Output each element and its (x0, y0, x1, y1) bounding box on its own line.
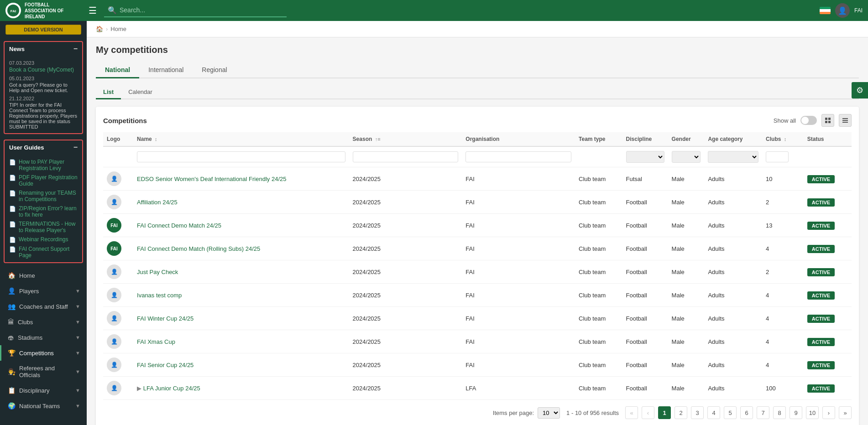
logo-area: FAI FOOTBALL ASSOCIATION OF IRELAND (5, 2, 83, 20)
view-grid-button[interactable] (821, 114, 834, 127)
page-prev-button[interactable]: ‹ (642, 406, 654, 419)
filter-season-input[interactable] (353, 151, 459, 162)
cell-discipline-4: Football (622, 260, 668, 284)
tab-national[interactable]: National (96, 62, 139, 78)
sidebar-item-stadiums[interactable]: 🏟 Stadiums ▼ (0, 330, 87, 345)
page-last-button[interactable]: » (839, 406, 852, 419)
show-all-toggle[interactable] (800, 116, 817, 125)
filter-org-input[interactable] (465, 151, 571, 162)
sidebar-item-label-players: Players (19, 288, 39, 295)
page-btn-2[interactable]: 2 (675, 406, 687, 419)
expand-arrow[interactable]: ▶ (137, 385, 141, 392)
cell-age_cat-4: Adults (704, 260, 762, 284)
sidebar-item-competitions[interactable]: 🏆 Competitions ▼ (0, 345, 87, 361)
sidebar-item-home[interactable]: 🏠 Home (0, 268, 87, 283)
page-btn-3[interactable]: 3 (691, 406, 704, 419)
filter-clubs-input[interactable] (766, 151, 789, 162)
cell-logo-3: FAI (103, 237, 133, 260)
page-btn-9[interactable]: 9 (790, 406, 802, 419)
view-list-button[interactable] (839, 114, 852, 127)
guide-item-5[interactable]: 📄 TERMINATIONS - How to Release Player's (9, 221, 78, 233)
sidebar-item-disciplinary[interactable]: 📋 Disciplinary ▼ (0, 383, 87, 398)
sidebar-item-national[interactable]: 🌍 National Teams ▼ (0, 398, 87, 414)
logo-fai: FAI (107, 241, 121, 256)
per-page-select[interactable]: 10 25 50 (538, 407, 560, 419)
col-season[interactable]: Season ↑≡ (349, 132, 462, 146)
page-btn-6[interactable]: 6 (740, 406, 753, 419)
comp-name-link[interactable]: FAI Senior Cup 24/25 (137, 362, 193, 368)
page-btn-10[interactable]: 10 (806, 406, 819, 419)
filter-gender[interactable] (668, 146, 705, 167)
guide-item-6[interactable]: 📄 Webinar Recordings (9, 236, 78, 243)
filter-org[interactable] (462, 146, 575, 167)
view-tab-calendar[interactable]: Calendar (121, 86, 160, 99)
page-next-button[interactable]: › (822, 406, 835, 419)
settings-float-button[interactable]: ⚙ (852, 82, 868, 98)
page-btn-5[interactable]: 5 (724, 406, 737, 419)
filter-gender-select[interactable] (672, 151, 701, 163)
guide-item-3[interactable]: 📄 Renaming your TEAMS in Competitions (9, 190, 78, 202)
filter-discipline-select[interactable] (626, 151, 664, 163)
filter-name-input[interactable] (137, 151, 345, 162)
guide-item-7[interactable]: 📄 FAI Connect Support Page (9, 246, 78, 259)
tab-international[interactable]: International (139, 62, 193, 78)
cell-season-5: 2024/2025 (349, 284, 462, 307)
user-avatar[interactable]: 👤 (835, 3, 850, 18)
cell-status-9: ACTIVE (804, 377, 852, 400)
guide-item-2[interactable]: 📄 PDF Player Registration Guide (9, 174, 78, 187)
comp-name-link[interactable]: FAI Connect Demo Match (Rolling Subs) 24… (137, 245, 260, 252)
sidebar-item-coaches[interactable]: 👥 Coaches and Staff ▼ (0, 299, 87, 314)
page-btn-4[interactable]: 4 (707, 406, 720, 419)
comp-name-link[interactable]: Affiliation 24/25 (137, 199, 178, 206)
comp-name-link[interactable]: Ivanas test comp (137, 292, 182, 299)
filter-age-cat[interactable] (704, 146, 762, 167)
logo-placeholder: 👤 (107, 171, 121, 186)
page-btn-7[interactable]: 7 (757, 406, 769, 419)
filter-clubs[interactable] (762, 146, 804, 167)
sidebar-item-players[interactable]: 👤 Players ▼ (0, 283, 87, 299)
cell-discipline-7: Football (622, 330, 668, 353)
page-first-button[interactable]: « (625, 406, 638, 419)
search-bar[interactable]: 🔍 (104, 4, 287, 17)
cell-status-2: ACTIVE (804, 214, 852, 237)
sidebar-item-referees[interactable]: 👨‍⚖️ Referees and Officials ▼ (0, 361, 87, 383)
filter-discipline[interactable] (622, 146, 668, 167)
svg-text:FAI: FAI (10, 9, 16, 13)
filter-age-cat-select[interactable] (708, 151, 758, 163)
disciplinary-icon: 📋 (8, 387, 16, 394)
cell-logo-6: 👤 (103, 307, 133, 330)
cell-status-4: ACTIVE (804, 260, 852, 284)
news-item-1[interactable]: Book a Course (MyComet) (9, 67, 78, 73)
news-collapse-button[interactable]: − (73, 45, 78, 53)
col-team-type: Team type (575, 132, 622, 146)
cell-discipline-6: Football (622, 307, 668, 330)
guide-item-1[interactable]: 📄 How to PAY Player Registration Levy (9, 159, 78, 171)
tab-regional[interactable]: Regional (193, 62, 236, 78)
col-clubs[interactable]: Clubs ↕ (762, 132, 804, 146)
comp-name-link[interactable]: Just Pay Check (137, 269, 178, 275)
logo-placeholder: 👤 (107, 264, 121, 279)
breadcrumb-home[interactable]: Home (110, 26, 126, 32)
guide-item-4[interactable]: 📄 ZIP/Region Error? learn to fix here (9, 205, 78, 218)
comp-name-link[interactable]: FAI Winter Cup 24/25 (137, 315, 193, 322)
news-item-3: TIP! In order for the FAI Connect Team t… (9, 102, 78, 130)
chevron-down-icon-competitions: ▼ (75, 350, 80, 356)
filter-season[interactable] (349, 146, 462, 167)
filter-name[interactable] (133, 146, 349, 167)
comp-name-link[interactable]: FAI Connect Demo Match 24/25 (137, 222, 221, 229)
page-btn-8[interactable]: 8 (773, 406, 786, 419)
sidebar-item-clubs[interactable]: 🏛 Clubs ▼ (0, 314, 87, 330)
comp-name-link[interactable]: LFA Junior Cup 24/25 (143, 385, 200, 392)
search-input[interactable] (120, 6, 283, 14)
comp-name-link[interactable]: EDSO Senior Women's Deaf International F… (137, 176, 286, 182)
hamburger-button[interactable]: ☰ (89, 5, 97, 16)
page-btn-1[interactable]: 1 (658, 406, 671, 419)
comp-name-link[interactable]: FAI Xmas Cup (137, 338, 175, 345)
cell-season-1: 2024/2025 (349, 191, 462, 214)
table-filter-row (103, 146, 852, 167)
col-name[interactable]: Name ↕ (133, 132, 349, 146)
view-tab-list[interactable]: List (96, 86, 121, 99)
user-guides-collapse-button[interactable]: − (73, 143, 78, 151)
cell-name-9: ▶ LFA Junior Cup 24/25 (133, 377, 349, 400)
language-flag[interactable] (820, 7, 831, 14)
